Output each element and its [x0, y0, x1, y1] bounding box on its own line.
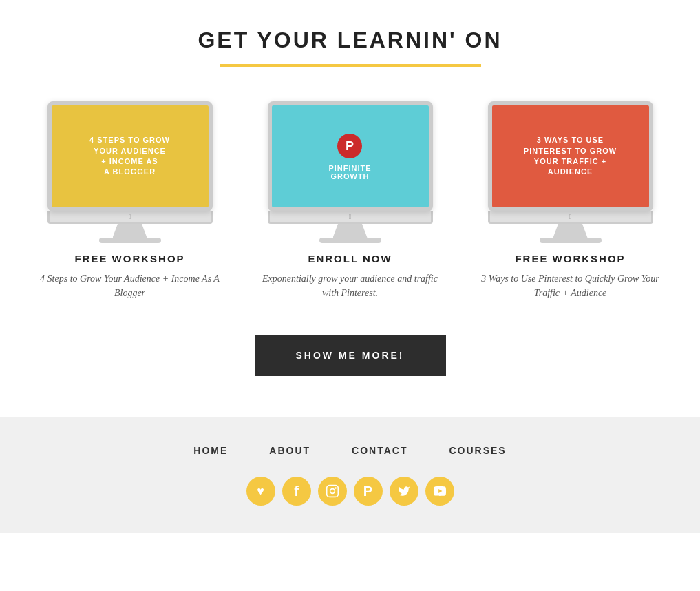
- card-3: 3 WAYS TO USEPINTEREST TO GROWYOUR TRAFF…: [474, 101, 667, 300]
- svg-text:P: P: [346, 139, 354, 153]
- social-heart-icon[interactable]: ♥: [246, 477, 275, 506]
- apple-logo-1: : [129, 213, 131, 220]
- monitor-wrapper-2: P PINFINITEGROWTH : [254, 101, 447, 239]
- title-underline: [220, 64, 481, 67]
- monitor-chin-2: : [268, 211, 433, 224]
- monitor-chin-1: : [47, 211, 213, 224]
- main-section: GET YOUR LEARNIN' ON 4 STEPS TO GROWYOUR…: [0, 0, 700, 417]
- footer-nav-contact[interactable]: CONTACT: [352, 445, 407, 456]
- card-1-desc: 4 Steps to Grow Your Audience + Income A…: [34, 271, 226, 300]
- monitor-2: P PINFINITEGROWTH: [268, 101, 433, 211]
- pinfinite-label: PINFINITEGROWTH: [328, 164, 371, 180]
- svg-rect-2: [326, 486, 338, 497]
- social-youtube-icon[interactable]: [425, 477, 454, 506]
- monitor-text-3: 3 WAYS TO USEPINTEREST TO GROWYOUR TRAFF…: [524, 135, 617, 178]
- monitor-stand-2: [333, 224, 368, 238]
- monitor-text-1: 4 STEPS TO GROWYOUR AUDIENCE+ INCOME ASA…: [89, 135, 170, 178]
- card-2-desc: Exponentially grow your audience and tra…: [254, 271, 447, 300]
- monitor-base-1: [99, 238, 161, 243]
- footer-nav-about[interactable]: ABOUT: [269, 445, 310, 456]
- monitor-1: 4 STEPS TO GROWYOUR AUDIENCE+ INCOME ASA…: [47, 101, 213, 211]
- page-title: GET YOUR LEARNIN' ON: [14, 28, 686, 53]
- monitor-wrapper-1: 4 STEPS TO GROWYOUR AUDIENCE+ INCOME ASA…: [34, 101, 226, 239]
- monitor-3: 3 WAYS TO USEPINTEREST TO GROWYOUR TRAFF…: [488, 101, 653, 211]
- card-2-label: ENROLL NOW: [254, 253, 447, 265]
- footer: HOME ABOUT CONTACT COURSES ♥ f P: [0, 417, 700, 533]
- social-twitter-icon[interactable]: [390, 477, 418, 506]
- card-1: 4 STEPS TO GROWYOUR AUDIENCE+ INCOME ASA…: [34, 101, 226, 300]
- svg-point-4: [335, 487, 337, 489]
- pin-logo-wrapper: P PINFINITEGROWTH: [328, 132, 371, 180]
- social-instagram-icon[interactable]: [318, 477, 347, 506]
- svg-point-3: [330, 489, 335, 494]
- footer-nav-home[interactable]: HOME: [193, 445, 228, 456]
- social-icons: ♥ f P: [14, 477, 686, 506]
- social-facebook-icon[interactable]: f: [282, 477, 311, 506]
- monitor-screen-2: P PINFINITEGROWTH: [272, 105, 429, 207]
- footer-nav-courses[interactable]: COURSES: [449, 445, 506, 456]
- pin-circle-icon: P: [336, 132, 363, 160]
- card-3-label: FREE WORKSHOP: [474, 253, 667, 265]
- monitor-screen-1: 4 STEPS TO GROWYOUR AUDIENCE+ INCOME ASA…: [52, 105, 209, 207]
- card-3-desc: 3 Ways to Use Pinterest to Quickly Grow …: [474, 271, 667, 300]
- monitor-base-3: [540, 238, 602, 243]
- apple-logo-2: : [349, 213, 352, 220]
- monitor-stand-3: [553, 224, 588, 238]
- monitor-wrapper-3: 3 WAYS TO USEPINTEREST TO GROWYOUR TRAFF…: [474, 101, 667, 239]
- monitor-stand-1: [113, 224, 147, 238]
- monitor-chin-3: : [488, 211, 653, 224]
- footer-nav: HOME ABOUT CONTACT COURSES: [14, 445, 686, 456]
- card-1-label: FREE WORKSHOP: [34, 253, 226, 265]
- card-2: P PINFINITEGROWTH  ENROLL NOW Exponenti…: [254, 101, 447, 300]
- monitor-base-2: [319, 238, 381, 243]
- show-more-button[interactable]: SHOW ME MORE!: [255, 335, 446, 376]
- monitor-screen-3: 3 WAYS TO USEPINTEREST TO GROWYOUR TRAFF…: [492, 105, 649, 207]
- apple-logo-3: : [569, 213, 572, 220]
- cards-container: 4 STEPS TO GROWYOUR AUDIENCE+ INCOME ASA…: [14, 101, 686, 300]
- social-pinterest-icon[interactable]: P: [354, 477, 383, 506]
